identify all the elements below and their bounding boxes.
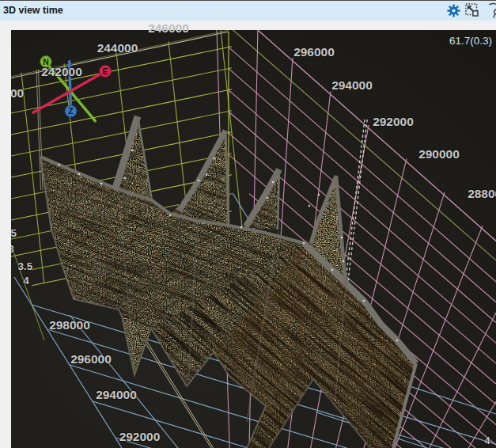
svg-text:296000: 296000 xyxy=(70,352,112,366)
svg-text:4: 4 xyxy=(485,435,490,446)
svg-text:294000: 294000 xyxy=(331,78,373,92)
svg-text:E: E xyxy=(103,66,108,76)
svg-text:3.5: 3.5 xyxy=(18,260,33,272)
svg-text:288000: 288000 xyxy=(468,187,496,200)
svg-text:242000: 242000 xyxy=(41,65,82,78)
svg-text:292000: 292000 xyxy=(119,430,161,443)
svg-text:61.7(0.3): 61.7(0.3) xyxy=(449,35,492,47)
svg-text:244000: 244000 xyxy=(97,41,138,55)
svg-text:4: 4 xyxy=(23,275,29,287)
svg-text:292000: 292000 xyxy=(373,115,414,128)
svg-text:3: 3 xyxy=(8,243,14,255)
svg-text:Z: Z xyxy=(68,106,74,116)
svg-text:290000: 290000 xyxy=(418,147,460,161)
svg-text:00: 00 xyxy=(10,86,24,100)
svg-text:296000: 296000 xyxy=(293,45,335,59)
svg-text:294000: 294000 xyxy=(96,388,137,401)
svg-text:298000: 298000 xyxy=(49,318,90,332)
svg-text:.5: .5 xyxy=(8,227,17,239)
